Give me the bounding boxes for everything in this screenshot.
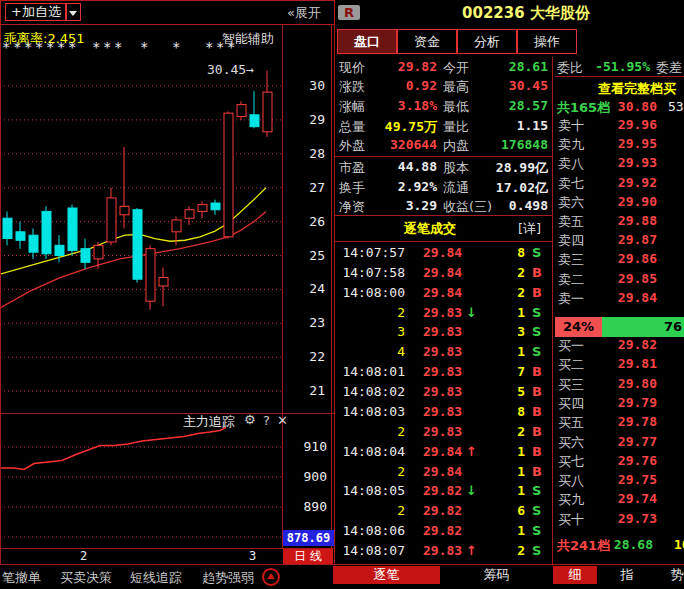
y-axis-label: 24 (285, 281, 325, 296)
buy-level-label: 买一 (558, 337, 584, 355)
high-price-annotation: 30.45→ (207, 62, 254, 77)
bottom-menu-item-3[interactable]: 趋势强弱 (202, 569, 254, 587)
sell-level-price: 29.90 (598, 194, 657, 209)
weicha-label: 委差 (656, 59, 682, 77)
tick-price: 29.84 (423, 464, 462, 479)
quote-value: 1.15 (456, 118, 548, 133)
right-bottom-tab-0[interactable]: 细 (553, 566, 597, 584)
tick-side: S (532, 305, 541, 320)
tick-qty: 3 (460, 324, 525, 339)
sub-current-value-badge: 878.69 (283, 530, 334, 546)
tick-time: 14:08:06 (335, 523, 405, 538)
bottom-menu-item-0[interactable]: 笔撤单 (2, 569, 41, 587)
collapse-panel-icon[interactable] (262, 568, 280, 586)
buy-level-price: 29.73 (598, 511, 657, 526)
y-axis-label: 22 (285, 349, 325, 364)
y-axis-label: 30 (285, 78, 325, 93)
tick-qty: 1 (460, 464, 525, 479)
divider (335, 156, 552, 157)
sell-level-price: 29.88 (598, 213, 657, 228)
tick-qty: 2 (460, 265, 525, 280)
sub-y-axis-label: 890 (287, 499, 327, 514)
buy-level-label: 买三 (558, 376, 584, 394)
buy-level-label: 买二 (558, 356, 584, 374)
tab-1[interactable]: 资金 (397, 29, 457, 54)
y-axis-label: 27 (285, 180, 325, 195)
sell-total-price: 30.80 (598, 99, 657, 114)
add-watchlist-label: +加自选 (11, 4, 61, 19)
star-mark-icon: * (205, 39, 213, 55)
tick-price: 29.83 (423, 344, 462, 359)
tick-price: 29.82 (423, 503, 462, 518)
buy-total-price: 28.68 (598, 537, 653, 552)
sell-level-label: 卖一 (558, 290, 584, 308)
tick-time: 2 (335, 464, 405, 479)
right-bottom-tab-1[interactable]: 指 (597, 566, 657, 584)
tab-2[interactable]: 分析 (457, 29, 517, 54)
bottom-menu-item-1[interactable]: 买卖决策 (60, 569, 112, 587)
close-icon[interactable]: ✕ (277, 413, 288, 428)
tick-time: 14:08:01 (335, 364, 405, 379)
tick-qty: 2 (460, 543, 525, 558)
buy-level-price: 29.75 (598, 472, 657, 487)
tick-time: 14:07:58 (335, 265, 405, 280)
sell-level-price: 29.84 (598, 290, 657, 305)
sub-chart-title: 主力追踪 (183, 413, 235, 431)
right-bottom-tab-2[interactable]: 势 (657, 566, 684, 584)
sell-level-price: 29.95 (598, 136, 657, 151)
tick-side: B (532, 265, 542, 280)
tick-qty: 1 (460, 344, 525, 359)
tick-time: 2 (335, 424, 405, 439)
star-mark-icon: * (227, 39, 235, 55)
star-mark-icon: * (35, 39, 43, 55)
tick-qty: 7 (460, 364, 525, 379)
divider (0, 24, 1, 564)
quote-value: 28.99亿 (456, 159, 548, 177)
add-watchlist-dropdown-button[interactable] (65, 3, 81, 21)
y-axis-label: 26 (285, 214, 325, 229)
tab-3[interactable]: 操作 (517, 29, 577, 54)
tick-qty: 8 (460, 245, 525, 260)
quote-value: 176848 (456, 137, 548, 152)
add-watchlist-button[interactable]: +加自选 (5, 3, 67, 21)
tick-side: S (532, 245, 541, 260)
star-mark-icon: * (114, 39, 122, 55)
stock-terminal-window: +加自选 «展开 乖离率:2.451 智能辅助 30.45→ 主力追踪 ⚙ ? … (0, 0, 684, 589)
buy-level-label: 买九 (558, 491, 584, 509)
full-depth-link[interactable]: 查看完整档买 (598, 80, 676, 98)
tick-time: 4 (335, 344, 405, 359)
tick-price: 29.83 (423, 384, 462, 399)
tick-detail-link[interactable]: [详] (518, 220, 541, 238)
period-badge[interactable]: 日 线 (283, 549, 333, 564)
quote-value: 0.498 (456, 198, 548, 213)
quote-value: 29.82 (347, 59, 437, 74)
star-mark-icon: * (92, 39, 100, 55)
mid-bottom-tab-0[interactable]: 逐笔 (333, 566, 440, 584)
tick-time: 14:08:03 (335, 404, 405, 419)
tab-0[interactable]: 盘口 (337, 29, 397, 54)
sell-level-label: 卖七 (558, 175, 584, 193)
mid-bottom-tab-1[interactable]: 筹码 (440, 566, 553, 584)
quote-value: 2.92% (347, 179, 437, 194)
sell-level-label: 卖八 (558, 155, 584, 173)
quote-value: 3.18% (347, 98, 437, 113)
tick-side: B (532, 424, 542, 439)
buy-level-price: 29.78 (598, 414, 657, 429)
tick-time: 14:08:04 (335, 444, 405, 459)
tick-price: 29.83 (423, 404, 462, 419)
sell-level-price: 29.87 (598, 232, 657, 247)
sell-level-label: 卖九 (558, 136, 584, 154)
tick-qty: 8 (460, 404, 525, 419)
tick-time: 14:08:05 (335, 483, 405, 498)
tick-side: B (532, 404, 542, 419)
help-icon[interactable]: ? (263, 413, 270, 428)
bottom-menu-item-2[interactable]: 短线追踪 (130, 569, 182, 587)
expand-button[interactable]: «展开 (287, 4, 321, 22)
buy-level-price: 29.77 (598, 434, 657, 449)
tick-price: 29.83 (423, 364, 462, 379)
tick-price: 29.83 (423, 424, 462, 439)
sub-y-axis-label: 910 (287, 439, 327, 454)
gear-icon[interactable]: ⚙ (244, 412, 256, 427)
sell-level-label: 卖四 (558, 232, 584, 250)
tick-price: 29.84 (423, 245, 462, 260)
